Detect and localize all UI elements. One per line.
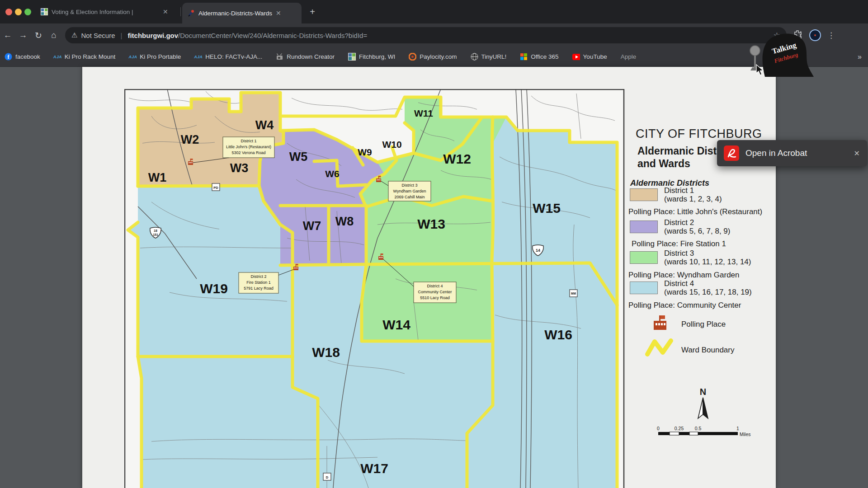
ward-label: W9 bbox=[358, 147, 372, 157]
scale-bar: 0 0.25 0.5 1 Miles bbox=[656, 426, 760, 441]
bookmark-helo-factv[interactable]: AJA HELO: FACTv-AJA... bbox=[194, 53, 262, 61]
bookmark-facebook[interactable]: f facebook bbox=[5, 53, 40, 61]
address-bar[interactable]: ⚠ Not Secure | fitchburgwi.gov/DocumentC… bbox=[65, 27, 787, 43]
district2-label: District 2 (wards 5, 6, 7, 8, 9) bbox=[664, 218, 730, 235]
callout-district3: District 3 Wyndham Garden 2069 Cahill Ma… bbox=[388, 181, 431, 201]
tab-close-icon[interactable]: ✕ bbox=[163, 8, 168, 15]
reload-icon[interactable]: ↻ bbox=[31, 30, 46, 41]
ward-label: W5 bbox=[289, 150, 308, 164]
tab-voting-election[interactable]: Voting & Election Information | ✕ bbox=[35, 0, 179, 23]
ward-label: W11 bbox=[414, 108, 433, 118]
svg-text:Miles: Miles bbox=[740, 432, 751, 437]
ward-label: W3 bbox=[230, 161, 249, 175]
svg-text:PD: PD bbox=[213, 186, 218, 190]
district3-polling: Polling Place: Wyndham Garden bbox=[628, 271, 740, 280]
ward-label: W17 bbox=[360, 461, 388, 476]
svg-text:5791 Lacy Road: 5791 Lacy Road bbox=[244, 286, 274, 291]
ward-label: W12 bbox=[443, 151, 471, 166]
district2-swatch bbox=[630, 221, 658, 233]
district2-polling: Polling Place: Fire Station 1 bbox=[632, 239, 726, 249]
open-in-acrobat-label[interactable]: Open in Acrobat bbox=[745, 148, 807, 158]
tv-camera-icon bbox=[276, 53, 283, 61]
fitchburg-favicon bbox=[348, 53, 356, 61]
youtube-icon bbox=[572, 53, 580, 61]
globe-icon bbox=[471, 53, 478, 61]
ward-label: W16 bbox=[544, 327, 572, 342]
bookmark-apple[interactable]: Apple bbox=[621, 53, 637, 60]
bookmark-ki-pro-rack-mount[interactable]: AJA Ki Pro Rack Mount bbox=[54, 53, 116, 61]
ward-label: W19 bbox=[200, 281, 228, 296]
mouse-cursor bbox=[755, 64, 765, 76]
polling-place-legend-icon bbox=[653, 314, 668, 332]
bookmark-ki-pro-portable[interactable]: AJA Ki Pro Portable bbox=[129, 53, 181, 61]
bookmark-fitchburg-wi[interactable]: Fitchburg, WI bbox=[348, 53, 395, 61]
svg-text:Little John's (Restaurant): Little John's (Restaurant) bbox=[226, 145, 271, 149]
tab-close-icon[interactable]: ✕ bbox=[276, 9, 281, 17]
tab-strip: Voting & Election Information | ✕ Alderm… bbox=[0, 0, 868, 23]
district1-swatch bbox=[630, 188, 658, 201]
svg-text:MM: MM bbox=[571, 292, 576, 295]
url-path: /DocumentCenter/View/240/Aldermanic-Dist… bbox=[178, 32, 367, 39]
tab-aldermanic-districts[interactable]: Aldermanic-Districts-Wards ✕ bbox=[182, 3, 302, 23]
bookmark-paylocity[interactable]: Paylocity.com bbox=[409, 53, 457, 61]
map-pin-favicon bbox=[188, 9, 195, 17]
forward-icon[interactable]: → bbox=[15, 30, 31, 40]
browser-toolbar: ← → ↻ ⌂ ⚠ Not Secure | fitchburgwi.gov/D… bbox=[0, 23, 868, 47]
new-tab-button[interactable]: + bbox=[307, 6, 318, 18]
bookmark-tinyurl[interactable]: TinyURL! bbox=[471, 53, 507, 61]
svg-text:0.25: 0.25 bbox=[675, 426, 684, 431]
not-secure-label[interactable]: Not Secure bbox=[81, 32, 115, 39]
ward-label: W18 bbox=[312, 345, 340, 360]
window-close-button[interactable] bbox=[5, 9, 12, 15]
bookmark-youtube[interactable]: YouTube bbox=[572, 53, 607, 61]
district4-swatch bbox=[630, 282, 658, 294]
fitchburg-favicon bbox=[41, 8, 48, 15]
ward-label: W2 bbox=[181, 133, 199, 146]
bookmarks-overflow-chevron[interactable]: » bbox=[858, 53, 862, 61]
bookmarks-bar: f facebook AJA Ki Pro Rack Mount AJA Ki … bbox=[0, 47, 868, 67]
ward-label: W7 bbox=[303, 219, 321, 233]
district4-label: District 4 (wards 15, 16, 17, 18, 19) bbox=[664, 279, 752, 296]
svg-text:5510 Lacy Road: 5510 Lacy Road bbox=[420, 296, 450, 300]
tab-separator bbox=[180, 7, 181, 16]
svg-text:District 1: District 1 bbox=[241, 139, 256, 143]
svg-text:District 2: District 2 bbox=[250, 274, 266, 279]
home-icon[interactable]: ⌂ bbox=[46, 30, 61, 40]
window-minimize-button[interactable] bbox=[15, 9, 22, 15]
county-marker-mm: MM bbox=[570, 290, 577, 297]
pdf-viewer-background: District 1 Little John's (Restaurant) 53… bbox=[0, 67, 868, 488]
callout-district2: District 2 Fire Station 1 5791 Lacy Road bbox=[239, 272, 278, 293]
microsoft-icon bbox=[520, 53, 528, 61]
polling-place-legend-label: Polling Place bbox=[681, 320, 726, 329]
ward-label: W6 bbox=[325, 169, 340, 179]
ward-label: W8 bbox=[335, 215, 354, 228]
open-in-acrobat-popup[interactable]: Open in Acrobat ✕ bbox=[717, 140, 867, 166]
popup-close-icon[interactable]: ✕ bbox=[854, 149, 860, 158]
ward-label: W13 bbox=[417, 216, 445, 231]
back-icon[interactable]: ← bbox=[0, 30, 15, 40]
svg-text:Fire Station 1: Fire Station 1 bbox=[246, 280, 271, 285]
svg-text:Community Center: Community Center bbox=[418, 290, 452, 294]
county-marker-pd: PD bbox=[212, 183, 220, 191]
callout-district4: District 4 Community Center 5510 Lacy Ro… bbox=[414, 282, 456, 303]
bookmark-office365[interactable]: Office 365 bbox=[520, 53, 558, 61]
svg-text:2069 Cahill Main: 2069 Cahill Main bbox=[394, 195, 425, 199]
warning-icon: ⚠ bbox=[71, 31, 77, 39]
tab-title: Aldermanic-Districts-Wards bbox=[198, 10, 272, 17]
ward-label: W1 bbox=[148, 171, 167, 184]
facebook-icon: f bbox=[5, 53, 12, 61]
district1-polling: Polling Place: Little John's (Restaurant… bbox=[628, 207, 762, 216]
svg-text:18: 18 bbox=[154, 229, 157, 232]
aja-icon: AJA bbox=[194, 53, 202, 61]
ward-label: W14 bbox=[382, 317, 410, 332]
svg-text:N: N bbox=[700, 387, 706, 397]
svg-text:1: 1 bbox=[736, 426, 739, 431]
bookmark-rundown-creator[interactable]: Rundown Creator bbox=[276, 53, 335, 61]
window-zoom-button[interactable] bbox=[24, 9, 31, 15]
paylocity-icon bbox=[409, 53, 416, 61]
district4-polling: Polling Place: Community Center bbox=[628, 301, 741, 310]
svg-text:151: 151 bbox=[153, 233, 158, 236]
svg-text:0: 0 bbox=[657, 426, 660, 431]
chrome-menu-icon[interactable]: ⋮ bbox=[827, 31, 835, 40]
ward-map: District 1 Little John's (Restaurant) 53… bbox=[124, 89, 625, 488]
